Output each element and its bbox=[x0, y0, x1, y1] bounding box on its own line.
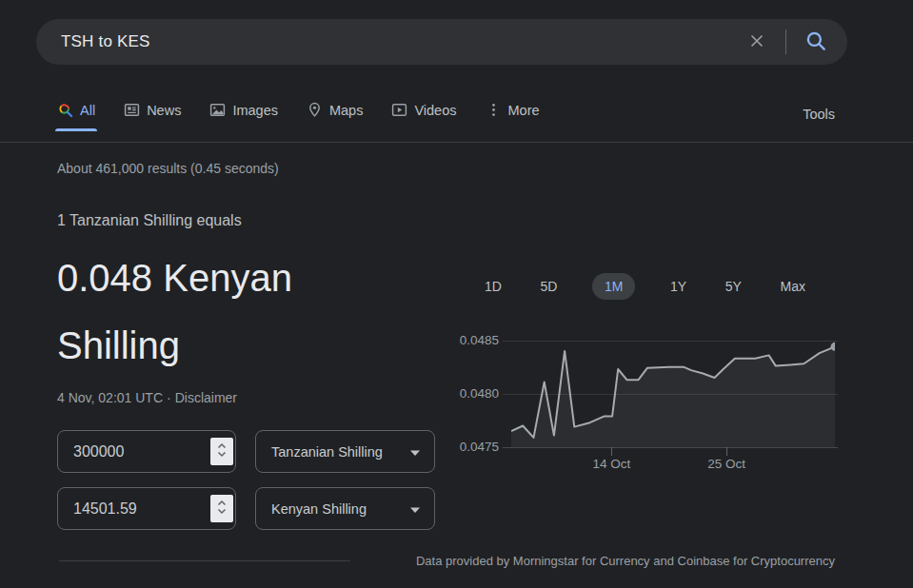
chart-range-selector: 1D 5D 1M 1Y 5Y Max bbox=[481, 273, 809, 300]
tab-images[interactable]: Images bbox=[209, 102, 278, 131]
range-1y-button[interactable]: 1Y bbox=[666, 273, 690, 300]
currency-from-value: Tanzanian Shilling bbox=[271, 444, 409, 460]
amount-from-input[interactable] bbox=[57, 430, 236, 473]
stepper-up-down-icon bbox=[215, 441, 228, 462]
data-attribution: Data provided by Morningstar for Currenc… bbox=[416, 554, 835, 568]
conversion-result: 0.048 Kenyan Shilling bbox=[57, 245, 371, 380]
conversion-timestamp-row: 4 Nov, 02:01 UTC·Disclaimer bbox=[57, 390, 237, 405]
tab-label: Maps bbox=[329, 103, 363, 118]
currency-to-value: Kenyan Shilling bbox=[271, 501, 409, 517]
x-axis-line bbox=[503, 447, 838, 448]
x-tick-mark bbox=[611, 447, 612, 456]
x-tick-mark bbox=[726, 447, 727, 456]
tab-label: News bbox=[147, 103, 181, 118]
chevron-down-icon bbox=[409, 444, 421, 460]
search-icon bbox=[804, 29, 828, 56]
amount-from-stepper[interactable] bbox=[210, 438, 233, 465]
amount-to-stepper[interactable] bbox=[210, 495, 233, 522]
range-5y-button[interactable]: 5Y bbox=[722, 273, 745, 300]
searchbar-divider bbox=[785, 29, 786, 54]
tab-more[interactable]: More bbox=[486, 102, 540, 131]
close-icon bbox=[746, 30, 767, 54]
stepper-up-down-icon bbox=[215, 499, 228, 519]
more-dots-icon bbox=[486, 102, 502, 118]
result-type-tabs: All News Images Maps Videos bbox=[57, 102, 540, 131]
range-1d-button[interactable]: 1D bbox=[481, 273, 506, 300]
search-results-page: TSH to KES All News bbox=[0, 0, 913, 588]
tabs-divider bbox=[0, 142, 913, 143]
range-1m-button[interactable]: 1M bbox=[592, 273, 635, 300]
tab-news[interactable]: News bbox=[124, 102, 181, 131]
conversion-source-label: 1 Tanzanian Shilling equals bbox=[57, 212, 242, 229]
clear-search-button[interactable] bbox=[744, 29, 770, 55]
search-submit-button[interactable] bbox=[802, 28, 830, 56]
tools-button[interactable]: Tools bbox=[803, 107, 835, 122]
chevron-down-icon bbox=[409, 501, 421, 517]
range-max-button[interactable]: Max bbox=[776, 273, 808, 300]
amount-to-input[interactable] bbox=[57, 487, 236, 530]
conversion-timestamp: 4 Nov, 02:01 UTC bbox=[57, 390, 163, 405]
tab-videos[interactable]: Videos bbox=[391, 102, 456, 131]
y-tick-label: 0.0485 bbox=[449, 333, 499, 347]
results-stats: About 461,000 results (0.45 seconds) bbox=[57, 161, 279, 176]
search-bar[interactable]: TSH to KES bbox=[36, 19, 847, 65]
news-icon bbox=[124, 102, 140, 118]
tab-maps[interactable]: Maps bbox=[307, 102, 363, 131]
tab-label: More bbox=[508, 103, 540, 118]
tab-label: Videos bbox=[414, 103, 456, 118]
exchange-rate-chart[interactable] bbox=[511, 335, 835, 447]
images-icon bbox=[209, 102, 226, 118]
search-input[interactable]: TSH to KES bbox=[61, 32, 744, 51]
search-icon bbox=[57, 102, 73, 118]
y-tick-label: 0.0480 bbox=[449, 386, 499, 401]
dot-separator: · bbox=[167, 390, 171, 405]
disclaimer-link[interactable]: Disclaimer bbox=[175, 390, 237, 405]
tab-label: Images bbox=[232, 103, 278, 118]
x-tick-label: 25 Oct bbox=[698, 457, 755, 471]
currency-to-dropdown[interactable]: Kenyan Shilling bbox=[255, 487, 435, 530]
tab-all[interactable]: All bbox=[57, 102, 95, 131]
y-tick-label: 0.0475 bbox=[449, 440, 499, 454]
videos-play-icon bbox=[391, 102, 407, 118]
x-tick-label: 14 Oct bbox=[583, 457, 640, 471]
tab-label: All bbox=[80, 103, 95, 118]
range-5d-button[interactable]: 5D bbox=[537, 273, 562, 300]
footer-divider bbox=[59, 560, 350, 561]
currency-from-dropdown[interactable]: Tanzanian Shilling bbox=[255, 430, 435, 473]
maps-pin-icon bbox=[307, 102, 323, 118]
